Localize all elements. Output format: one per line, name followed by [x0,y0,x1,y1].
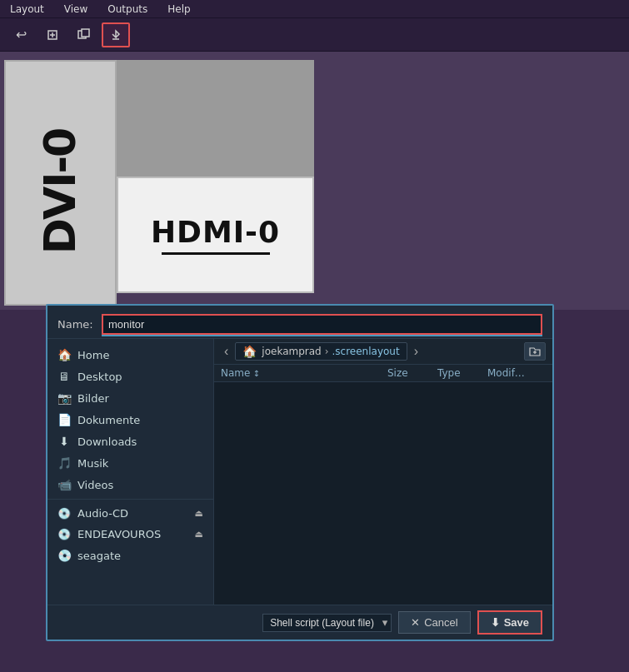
menu-view[interactable]: View [61,2,91,17]
sidebar-item-home[interactable]: 🏠 Home [47,344,213,366]
monitor-hdmi-top [117,60,314,177]
menu-outputs[interactable]: Outputs [104,2,151,17]
audio-cd-icon: 💿 [57,507,71,520]
endeavouros-icon: 💿 [57,528,71,540]
name-input-underline [102,335,542,336]
save-label: Save [504,616,529,629]
bottom-bar: Shell script (Layout file) ✕ Cancel ⬇ Sa… [47,605,552,640]
cancel-icon: ✕ [411,616,420,629]
musik-icon: 🎵 [57,456,71,470]
file-list-body [214,382,552,605]
col-type-header[interactable]: Type [437,367,487,379]
breadcrumb: 🏠 joekamprad › .screenlayout [235,342,407,361]
sidebar-item-endeavouros-label: ENDEAVOUROS [77,528,161,540]
col-modified-header[interactable]: Modif… [487,367,546,379]
save-icon: ⬇ [491,616,500,629]
monitor-dvi-label: DVI-0 [36,128,86,254]
sidebar-item-musik[interactable]: 🎵 Musik [47,452,213,474]
sidebar-item-audio-cd[interactable]: 💿 Audio-CD ⏏ [47,503,213,524]
clone-button[interactable] [70,22,98,47]
file-type-wrapper: Shell script (Layout file) [262,614,392,632]
sidebar-item-audio-cd-label: Audio-CD [77,507,128,520]
svg-rect-4 [82,29,89,37]
sidebar-item-dokumente-label: Dokumente [77,414,140,426]
col-size-header[interactable]: Size [387,367,437,379]
monitor-hdmi-label: HDMI-0 [151,215,280,249]
file-area: ‹ 🏠 joekamprad › .screenlayout › [214,339,552,605]
file-list-header: Name ↕ Size Type Modif… [214,365,552,382]
eject-endeavouros-button[interactable]: ⏏ [195,529,203,540]
sidebar: 🏠 Home 🖥 Desktop 📷 Bilder 📄 Dokumente ⬇ [47,339,214,605]
breadcrumb-folder[interactable]: joekamprad [262,346,321,357]
sidebar-item-downloads-label: Downloads [77,436,137,448]
bilder-icon: 📷 [57,391,71,405]
nav-forward-button[interactable]: › [411,342,422,361]
save-button[interactable]: ⬇ Save [477,610,542,635]
browser-area: 🏠 Home 🖥 Desktop 📷 Bilder 📄 Dokumente ⬇ [47,339,552,605]
sidebar-divider [47,499,213,500]
sidebar-item-videos-label: Videos [77,479,113,491]
eject-audio-cd-button[interactable]: ⏏ [195,508,203,519]
sidebar-item-musik-label: Musik [77,457,108,470]
sidebar-item-desktop-label: Desktop [77,371,122,383]
sidebar-item-desktop[interactable]: 🖥 Desktop [47,366,213,387]
file-type-select[interactable]: Shell script (Layout file) [262,614,392,632]
save-dialog: Name: 🏠 Home 🖥 Desktop 📷 Bilder [46,304,554,641]
sidebar-item-home-label: Home [77,349,109,361]
cancel-label: Cancel [424,616,457,629]
menu-bar: Layout View Outputs Help [0,0,629,18]
nav-back-button[interactable]: ‹ [221,342,232,361]
back-button[interactable]: ↩ [7,22,35,47]
monitor-hdmi-underline [162,252,270,255]
name-row: Name: [47,306,552,339]
svg-marker-5 [112,31,119,37]
sidebar-item-endeavouros[interactable]: 💿 ENDEAVOUROS ⏏ [47,524,213,545]
sidebar-item-seagate[interactable]: 💿 seagate [47,545,213,566]
menu-layout[interactable]: Layout [7,2,47,17]
toolbar: ↩ [0,18,629,52]
name-input-wrapper [102,314,542,335]
save-layout-button[interactable] [102,22,130,47]
monitor-dvi[interactable]: DVI-0 [4,60,117,306]
menu-help[interactable]: Help [164,2,193,17]
sidebar-item-downloads[interactable]: ⬇ Downloads [47,431,213,452]
seagate-icon: 💿 [57,549,71,562]
name-label: Name: [57,318,95,331]
sidebar-item-videos[interactable]: 📹 Videos [47,474,213,495]
sidebar-item-dokumente[interactable]: 📄 Dokumente [47,409,213,431]
col-name-header[interactable]: Name ↕ [221,367,387,379]
breadcrumb-current[interactable]: .screenlayout [332,346,400,357]
canvas-area: DVI-0 HDMI-0 [0,52,629,310]
add-button[interactable] [38,22,67,47]
monitor-hdmi[interactable]: HDMI-0 [117,60,314,306]
sidebar-item-seagate-label: seagate [77,550,121,562]
monitor-hdmi-bottom: HDMI-0 [117,177,314,293]
downloads-icon: ⬇ [57,435,71,448]
home-icon: 🏠 [57,348,71,361]
desktop-icon: 🖥 [57,370,71,383]
file-nav: ‹ 🏠 joekamprad › .screenlayout › [214,339,552,365]
new-folder-button[interactable] [524,342,546,361]
cancel-button[interactable]: ✕ Cancel [398,611,470,634]
sidebar-item-bilder[interactable]: 📷 Bilder [47,387,213,409]
videos-icon: 📹 [57,478,71,491]
sidebar-item-bilder-label: Bilder [77,392,109,405]
dokumente-icon: 📄 [57,413,71,426]
filename-input[interactable] [102,314,542,335]
breadcrumb-home-icon: 🏠 [242,345,257,358]
